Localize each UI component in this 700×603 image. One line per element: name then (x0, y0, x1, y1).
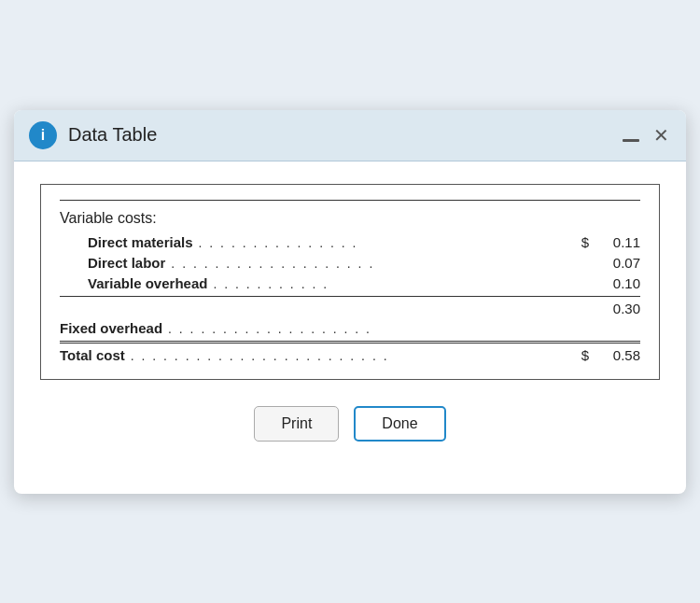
table-row: Variable overhead . . . . . . . . . . . … (88, 275, 640, 292)
dialog-window: i Data Table ✕ Variable costs: Direct ma… (14, 110, 686, 494)
row-label-variable-overhead: Variable overhead (88, 275, 207, 291)
variable-cost-rows: Direct materials . . . . . . . . . . . .… (60, 234, 640, 364)
table-top-border: Variable costs: (60, 200, 640, 227)
row-dollar-total: $ (570, 347, 589, 363)
section-label: Variable costs: (60, 210, 640, 227)
table-row: Direct labor . . . . . . . . . . . . . .… (88, 255, 640, 272)
row-dots-total: . . . . . . . . . . . . . . . . . . . . … (125, 348, 570, 364)
row-value-direct-labor: 0.07 (589, 255, 640, 271)
row-dollar-direct-materials: $ (570, 234, 589, 250)
minimize-button[interactable] (621, 129, 641, 142)
dialog-footer: Print Done (40, 406, 660, 468)
subtotal-row: 0.30 (60, 296, 640, 316)
row-dots-direct-labor: . . . . . . . . . . . . . . . . . . . (165, 256, 570, 272)
print-button[interactable]: Print (254, 406, 339, 442)
row-value-total: 0.58 (589, 347, 640, 363)
row-dots-direct-materials: . . . . . . . . . . . . . . . (193, 235, 570, 251)
info-icon: i (29, 121, 57, 149)
row-dots-fixed-overhead: . . . . . . . . . . . . . . . . . . . (162, 321, 570, 337)
row-label-direct-labor: Direct labor (88, 255, 165, 271)
close-button[interactable]: ✕ (651, 125, 671, 146)
title-bar: i Data Table ✕ (14, 110, 686, 161)
row-value-variable-overhead: 0.10 (589, 275, 640, 291)
total-row: Total cost . . . . . . . . . . . . . . .… (60, 341, 640, 364)
table-row: Fixed overhead . . . . . . . . . . . . .… (60, 320, 640, 337)
dialog-title: Data Table (68, 124, 621, 146)
window-controls: ✕ (621, 125, 671, 146)
data-table: Variable costs: Direct materials . . . .… (40, 184, 660, 380)
row-label-direct-materials: Direct materials (88, 234, 193, 250)
minimize-icon (623, 139, 639, 142)
row-value-direct-materials: 0.11 (589, 234, 640, 250)
row-label-total: Total cost (60, 347, 125, 363)
done-button[interactable]: Done (354, 406, 445, 442)
dialog-body: Variable costs: Direct materials . . . .… (14, 161, 686, 494)
table-row: Direct materials . . . . . . . . . . . .… (88, 234, 640, 251)
row-dots-variable-overhead: . . . . . . . . . . . (207, 276, 570, 292)
subtotal-value: 0.30 (589, 301, 640, 316)
row-label-fixed-overhead: Fixed overhead (60, 320, 162, 336)
